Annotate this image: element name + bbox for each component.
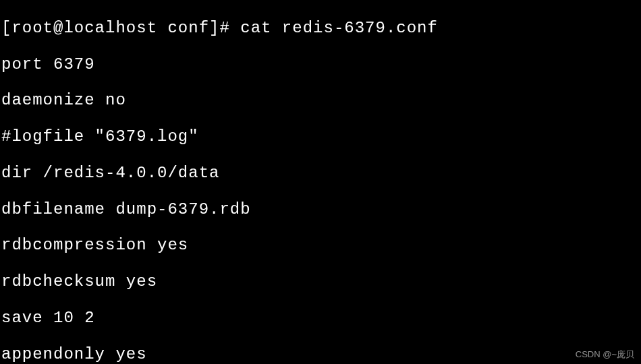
- terminal-line: appendonly yes: [1, 346, 641, 364]
- terminal-line: rdbcompression yes: [1, 237, 641, 255]
- terminal-output: [root@localhost conf]# cat redis-6379.co…: [0, 0, 641, 364]
- terminal-line: dir /redis-4.0.0/data: [1, 164, 641, 183]
- terminal-line: [root@localhost conf]# cat redis-6379.co…: [1, 20, 641, 38]
- terminal-line: port 6379: [1, 56, 641, 74]
- watermark-text: CSDN @~庞贝: [576, 350, 634, 360]
- terminal-line: daemonize no: [1, 92, 641, 110]
- terminal-line: dbfilename dump-6379.rdb: [1, 201, 641, 219]
- terminal-line: rdbchecksum yes: [1, 273, 641, 291]
- terminal-line: save 10 2: [1, 309, 641, 328]
- terminal-line: #logfile "6379.log": [1, 128, 641, 146]
